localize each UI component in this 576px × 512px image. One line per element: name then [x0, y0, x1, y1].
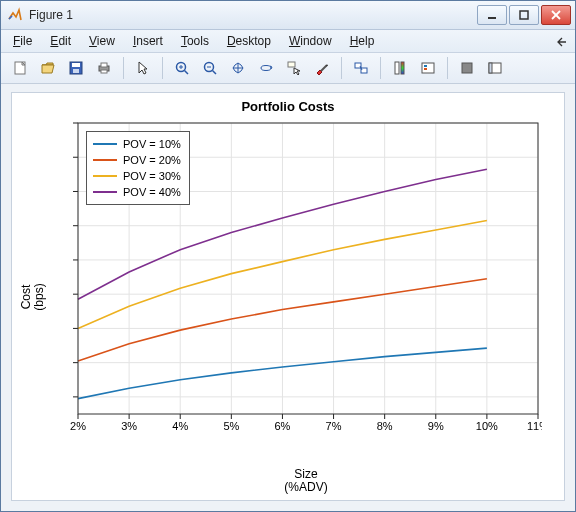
print-icon[interactable] [91, 55, 117, 81]
zoom-in-icon[interactable] [169, 55, 195, 81]
legend-label: POV = 40% [123, 186, 181, 198]
menu-desktop[interactable]: Desktop [219, 32, 279, 50]
svg-point-18 [261, 66, 271, 71]
figure-window: Figure 1 File Edit View Insert Tools Des… [0, 0, 576, 512]
menu-view[interactable]: View [81, 32, 123, 50]
figure-area: Portfolio Costs Cost (bps) Size (%ADV) 2… [1, 84, 575, 511]
pointer-icon[interactable] [130, 55, 156, 81]
brush-icon[interactable] [309, 55, 335, 81]
svg-rect-24 [401, 62, 404, 74]
menu-file[interactable]: File [5, 32, 40, 50]
y-axis-label: Cost (bps) [20, 283, 46, 310]
svg-text:9%: 9% [428, 420, 444, 432]
link-icon[interactable] [348, 55, 374, 81]
x-axis-label: Size (%ADV) [70, 468, 542, 494]
save-icon[interactable] [63, 55, 89, 81]
menu-tools[interactable]: Tools [173, 32, 217, 50]
legend[interactable]: POV = 10% POV = 20% POV = 30% POV = 40% [86, 131, 190, 205]
menu-window[interactable]: Window [281, 32, 340, 50]
close-button[interactable] [541, 5, 571, 25]
svg-text:2%: 2% [70, 420, 86, 432]
chart-title: Portfolio Costs [12, 99, 564, 114]
dock-menu-icon[interactable] [553, 33, 571, 49]
legend-label: POV = 30% [123, 170, 181, 182]
zoom-out-icon[interactable] [197, 55, 223, 81]
window-title: Figure 1 [29, 8, 477, 22]
svg-rect-7 [73, 69, 79, 73]
svg-rect-30 [489, 63, 492, 73]
open-icon[interactable] [35, 55, 61, 81]
menu-insert[interactable]: Insert [125, 32, 171, 50]
svg-rect-6 [72, 63, 80, 67]
svg-line-12 [185, 71, 189, 75]
svg-text:3%: 3% [121, 420, 137, 432]
svg-rect-28 [462, 63, 472, 73]
svg-text:8%: 8% [377, 420, 393, 432]
legend-label: POV = 10% [123, 138, 181, 150]
svg-text:10%: 10% [476, 420, 498, 432]
show-tools-icon[interactable] [482, 55, 508, 81]
colorbar-icon[interactable] [387, 55, 413, 81]
svg-line-16 [213, 71, 217, 75]
svg-text:7%: 7% [326, 420, 342, 432]
axes-panel: Portfolio Costs Cost (bps) Size (%ADV) 2… [11, 92, 565, 501]
pan-icon[interactable] [225, 55, 251, 81]
toolbar [1, 53, 575, 84]
datacursor-icon[interactable] [281, 55, 307, 81]
titlebar: Figure 1 [1, 1, 575, 30]
matlab-logo-icon [7, 7, 23, 23]
svg-text:4%: 4% [172, 420, 188, 432]
hide-tools-icon[interactable] [454, 55, 480, 81]
svg-rect-25 [422, 63, 434, 73]
menubar: File Edit View Insert Tools Desktop Wind… [1, 30, 575, 53]
svg-text:11%: 11% [527, 420, 542, 432]
menu-help[interactable]: Help [342, 32, 383, 50]
svg-rect-23 [395, 62, 399, 74]
svg-rect-9 [101, 63, 107, 67]
maximize-button[interactable] [509, 5, 539, 25]
rotate3d-icon[interactable] [253, 55, 279, 81]
minimize-button[interactable] [477, 5, 507, 25]
svg-rect-19 [288, 62, 295, 67]
legend-label: POV = 20% [123, 154, 181, 166]
svg-text:5%: 5% [223, 420, 239, 432]
legend-icon[interactable] [415, 55, 441, 81]
svg-rect-1 [520, 11, 528, 19]
menu-edit[interactable]: Edit [42, 32, 79, 50]
new-figure-icon[interactable] [7, 55, 33, 81]
svg-rect-10 [101, 70, 107, 73]
svg-text:6%: 6% [274, 420, 290, 432]
